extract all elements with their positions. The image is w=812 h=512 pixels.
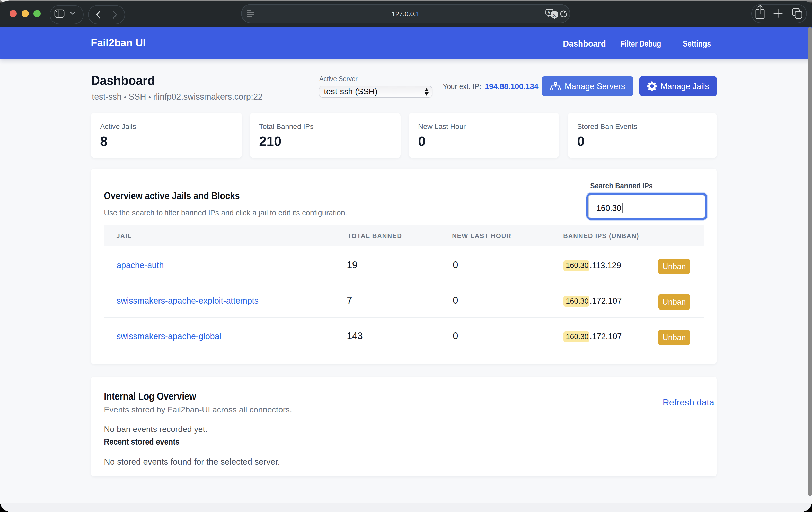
svg-text:文: 文	[552, 13, 556, 17]
svg-text:A: A	[547, 10, 550, 15]
